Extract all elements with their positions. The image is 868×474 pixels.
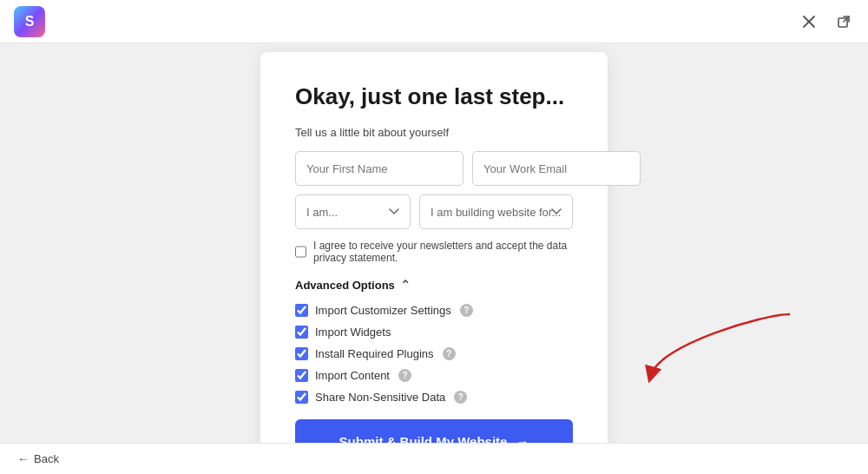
app-icon: S — [14, 6, 45, 37]
newsletter-checkbox-row: I agree to receive your newsletters and … — [295, 240, 573, 264]
list-item: Share Non-Sensitive Data ? — [295, 391, 573, 404]
external-link-button[interactable] — [833, 11, 854, 32]
import-customizer-checkbox[interactable] — [295, 304, 308, 317]
list-item: Import Content ? — [295, 369, 573, 382]
first-name-input[interactable] — [295, 151, 464, 186]
advanced-options-list: Import Customizer Settings ? Import Widg… — [295, 304, 573, 404]
main-area: Okay, just one last step... Tell us a li… — [0, 43, 868, 443]
back-label: Back — [34, 452, 59, 465]
building-select[interactable]: I am building website for... Myself A cl… — [419, 194, 573, 229]
section-label: Tell us a little bit about yourself — [295, 126, 573, 139]
list-item: Import Customizer Settings ? — [295, 304, 573, 317]
iam-select[interactable]: I am... A developer A designer A markete… — [295, 194, 411, 229]
bottom-bar: ← Back — [0, 443, 868, 474]
help-icon[interactable]: ? — [398, 369, 411, 382]
back-arrow-icon: ← — [17, 452, 29, 465]
import-customizer-label[interactable]: Import Customizer Settings — [315, 304, 451, 317]
modal-title: Okay, just one last step... — [295, 83, 573, 110]
advanced-options-label: Advanced Options — [295, 279, 395, 292]
modal-card: Okay, just one last step... Tell us a li… — [260, 52, 608, 474]
chevron-up-icon: ⌃ — [400, 278, 411, 292]
dropdowns-row: I am... A developer A designer A markete… — [295, 194, 573, 229]
list-item: Import Widgets — [295, 326, 573, 339]
share-data-checkbox[interactable] — [295, 391, 308, 404]
help-icon[interactable]: ? — [454, 391, 467, 404]
install-plugins-label[interactable]: Install Required Plugins — [315, 347, 434, 360]
back-button[interactable]: ← Back — [17, 452, 59, 465]
import-content-label[interactable]: Import Content — [315, 369, 390, 382]
import-widgets-checkbox[interactable] — [295, 326, 308, 339]
app-logo-area: S — [14, 6, 45, 37]
top-bar: S — [0, 0, 868, 43]
svg-line-3 — [844, 16, 849, 22]
import-widgets-label[interactable]: Import Widgets — [315, 326, 391, 339]
close-button[interactable] — [799, 11, 819, 32]
help-icon[interactable]: ? — [443, 347, 456, 360]
newsletter-checkbox[interactable] — [295, 246, 306, 258]
list-item: Install Required Plugins ? — [295, 347, 573, 360]
close-icon — [802, 15, 816, 29]
install-plugins-checkbox[interactable] — [295, 347, 308, 360]
work-email-input[interactable] — [472, 151, 641, 186]
import-content-checkbox[interactable] — [295, 369, 308, 382]
name-email-row — [295, 151, 573, 186]
top-bar-actions — [799, 11, 854, 32]
share-data-label[interactable]: Share Non-Sensitive Data — [315, 391, 445, 404]
help-icon[interactable]: ? — [460, 304, 473, 317]
external-link-icon — [837, 15, 851, 29]
newsletter-label[interactable]: I agree to receive your newsletters and … — [313, 240, 573, 264]
advanced-options-toggle[interactable]: Advanced Options ⌃ — [295, 278, 411, 292]
